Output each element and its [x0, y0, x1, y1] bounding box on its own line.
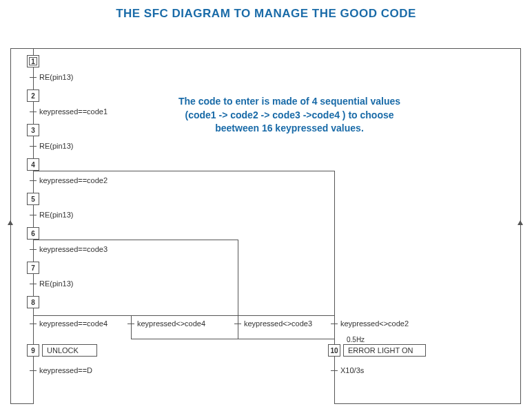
- branch-c: [238, 315, 238, 339]
- bottom-left-rail: [10, 403, 34, 404]
- div-line-4: [334, 171, 335, 315]
- page-title: THE SFC DIAGRAM TO MANAGE THE GOOD CODE: [0, 0, 532, 21]
- step-5: 5: [27, 193, 39, 205]
- trans-t8c: keypressed<>code3: [244, 319, 312, 328]
- tick-t8b: [127, 324, 134, 324]
- div-from-6: [33, 240, 238, 240]
- qualifier-05hz: 0.5Hz: [347, 336, 365, 343]
- trans-t9: keypressed==D: [39, 366, 92, 374]
- tick-t9: [30, 370, 37, 371]
- tick-t3: [30, 146, 37, 147]
- trans-t3: RE(pin13): [39, 142, 74, 150]
- step-6: 6: [27, 227, 39, 240]
- tick-t5: [30, 215, 37, 215]
- right-loop: [520, 48, 521, 403]
- tick-t8d: [331, 324, 338, 324]
- branch-b: [131, 315, 132, 339]
- tick-t1: [30, 77, 37, 78]
- arrow-right-loop: [518, 220, 523, 225]
- tick-t10: [331, 370, 338, 371]
- tick-t8c: [234, 324, 241, 324]
- step-1: 1: [27, 55, 39, 67]
- trans-t10: X10/3s: [340, 366, 364, 374]
- step-9: 9: [27, 344, 39, 357]
- trans-t2: keypressed==code1: [39, 107, 108, 116]
- trans-t8d: keypressed<>code2: [340, 319, 409, 328]
- left-loop: [10, 48, 11, 403]
- step-10: 10: [328, 344, 340, 357]
- div-line-6: [238, 240, 238, 315]
- action-unlock: UNLOCK: [42, 344, 97, 357]
- branch-d: [334, 315, 335, 403]
- arrow-left-loop: [8, 220, 13, 225]
- step-2: 2: [27, 89, 39, 102]
- tick-t7: [30, 284, 37, 284]
- trans-t1: RE(pin13): [39, 73, 74, 81]
- step-3: 3: [27, 124, 39, 136]
- div-from-4: [33, 171, 335, 171]
- step-8: 8: [27, 296, 39, 308]
- divergence-top: [33, 315, 335, 316]
- trans-t4: keypressed==code2: [39, 176, 108, 184]
- sfc-diagram: 1 RE(pin13) 2 keypressed==code1 3 RE(pin…: [10, 48, 522, 406]
- trans-t8a: keypressed==code4: [39, 319, 108, 328]
- trans-t8b: keypressed<>code4: [137, 319, 205, 328]
- trans-t5: RE(pin13): [39, 211, 74, 219]
- convergence-line: [131, 339, 335, 339]
- tick-t6: [30, 249, 37, 250]
- step-7: 7: [27, 262, 39, 274]
- action-error: ERROR LIGHT ON: [343, 344, 426, 357]
- top-rail: [10, 48, 520, 49]
- bottom-right-rail: [334, 403, 521, 404]
- step-4: 4: [27, 158, 39, 171]
- trans-t7: RE(pin13): [39, 279, 74, 288]
- tick-t4: [30, 180, 37, 181]
- tick-t2: [30, 112, 37, 112]
- trans-t6: keypressed==code3: [39, 245, 108, 253]
- tick-t8a: [30, 324, 37, 324]
